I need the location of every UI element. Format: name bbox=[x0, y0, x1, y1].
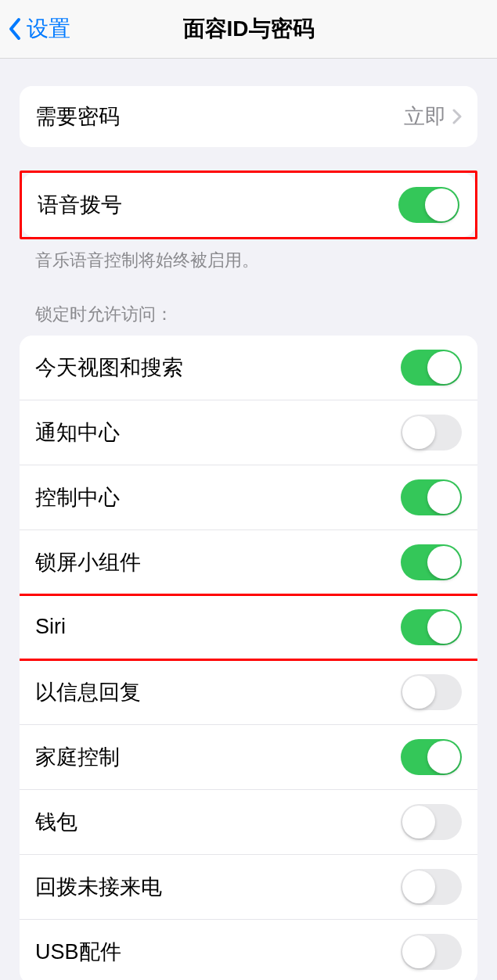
require-passcode-value: 立即 bbox=[404, 102, 446, 131]
require-passcode-row[interactable]: 需要密码 立即 bbox=[20, 86, 477, 147]
navigation-bar: 设置 面容ID与密码 bbox=[0, 0, 497, 59]
voice-dial-footer: 音乐语音控制将始终被启用。 bbox=[20, 239, 477, 273]
chevron-right-icon bbox=[452, 109, 462, 124]
lock-access-header: 锁定时允许访问： bbox=[20, 273, 477, 336]
usb-accessories-label: USB配件 bbox=[35, 938, 121, 966]
voice-dial-highlight: 语音拨号 bbox=[20, 171, 477, 239]
siri-toggle[interactable] bbox=[401, 609, 462, 645]
today-view-label: 今天视图和搜索 bbox=[35, 354, 183, 382]
lock-access-group: 今天视图和搜索 通知中心 控制中心 锁屏小组件 Siri 以信息回复 家庭控制 bbox=[20, 336, 477, 980]
reply-with-message-row: 以信息回复 bbox=[20, 659, 477, 724]
back-label: 设置 bbox=[27, 14, 70, 44]
back-button[interactable]: 设置 bbox=[0, 14, 70, 44]
voice-dial-row: 语音拨号 bbox=[22, 173, 475, 237]
today-view-toggle[interactable] bbox=[401, 350, 462, 386]
lock-screen-widgets-label: 锁屏小组件 bbox=[35, 548, 141, 576]
home-control-row: 家庭控制 bbox=[20, 724, 477, 789]
page-title: 面容ID与密码 bbox=[0, 14, 497, 44]
wallet-toggle[interactable] bbox=[401, 804, 462, 840]
usb-accessories-toggle[interactable] bbox=[401, 934, 462, 970]
reply-with-message-toggle[interactable] bbox=[401, 674, 462, 710]
today-view-row: 今天视图和搜索 bbox=[20, 336, 477, 400]
return-missed-calls-toggle[interactable] bbox=[401, 869, 462, 905]
home-control-toggle[interactable] bbox=[401, 739, 462, 775]
voice-dial-label: 语音拨号 bbox=[38, 191, 122, 219]
wallet-label: 钱包 bbox=[35, 808, 77, 836]
notification-center-label: 通知中心 bbox=[35, 418, 120, 447]
require-passcode-label: 需要密码 bbox=[35, 102, 120, 131]
notification-center-row: 通知中心 bbox=[20, 400, 477, 465]
lock-screen-widgets-row: 锁屏小组件 bbox=[20, 529, 477, 594]
control-center-label: 控制中心 bbox=[35, 483, 120, 512]
return-missed-calls-row: 回拨未接来电 bbox=[20, 854, 477, 919]
siri-label: Siri bbox=[35, 615, 66, 639]
require-passcode-group: 需要密码 立即 bbox=[20, 86, 477, 147]
home-control-label: 家庭控制 bbox=[35, 743, 120, 771]
control-center-toggle[interactable] bbox=[401, 479, 462, 515]
lock-screen-widgets-toggle[interactable] bbox=[401, 544, 462, 580]
voice-dial-toggle[interactable] bbox=[398, 187, 459, 223]
wallet-row: 钱包 bbox=[20, 789, 477, 854]
siri-row: Siri bbox=[20, 594, 477, 659]
usb-accessories-row: USB配件 bbox=[20, 919, 477, 980]
reply-with-message-label: 以信息回复 bbox=[35, 678, 141, 706]
chevron-left-icon bbox=[8, 17, 22, 41]
return-missed-calls-label: 回拨未接来电 bbox=[35, 873, 162, 901]
voice-dial-group: 语音拨号 bbox=[22, 173, 475, 237]
notification-center-toggle[interactable] bbox=[401, 415, 462, 451]
control-center-row: 控制中心 bbox=[20, 465, 477, 529]
